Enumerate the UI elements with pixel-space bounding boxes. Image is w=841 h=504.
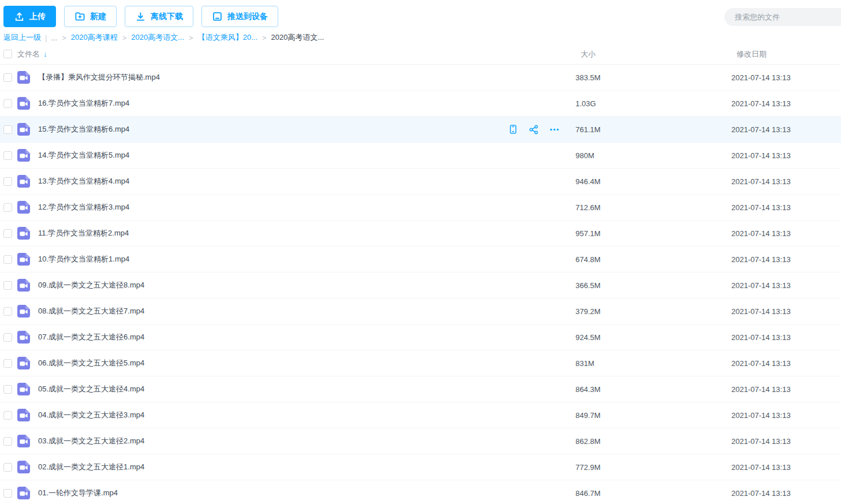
- table-row[interactable]: 01.一轮作文导学课.mp4: [0, 480, 841, 504]
- play-on-device-icon[interactable]: [508, 124, 518, 135]
- table-row[interactable]: 13.学员作文当堂精析4.mp4: [0, 169, 841, 195]
- table-row[interactable]: 07.成就一类文之五大途径6.mp4: [0, 324, 841, 350]
- file-modified-date: 2021-07-14 13:13: [731, 307, 841, 316]
- video-file-icon: [17, 149, 30, 162]
- file-size: 712.6M: [575, 203, 731, 212]
- file-name[interactable]: 04.成就一类文之五大途径3.mp4: [38, 410, 496, 420]
- row-checkbox[interactable]: [3, 177, 12, 186]
- video-file-icon: [17, 279, 30, 292]
- video-file-icon: [17, 201, 30, 214]
- filename-column-header[interactable]: 文件名 ↓: [17, 49, 575, 59]
- breadcrumb-link-1[interactable]: 2020高考课程: [71, 32, 118, 43]
- file-name[interactable]: 14.学员作文当堂精析5.mp4: [38, 150, 496, 160]
- table-row[interactable]: 04.成就一类文之五大途径3.mp4: [0, 402, 841, 428]
- table-row[interactable]: 【录播】乘风作文提分环节揭秘.mp4: [0, 65, 841, 91]
- file-size: 957.1M: [575, 229, 731, 238]
- more-icon[interactable]: [549, 124, 560, 135]
- file-modified-date: 2021-07-14 13:13: [731, 99, 841, 108]
- file-name[interactable]: 08.成就一类文之五大途径7.mp4: [38, 306, 496, 316]
- file-name[interactable]: 01.一轮作文导学课.mp4: [38, 488, 496, 498]
- table-row[interactable]: 08.成就一类文之五大途径7.mp4: [0, 298, 841, 324]
- table-row[interactable]: 03.成就一类文之五大途径2.mp4: [0, 428, 841, 454]
- table-row[interactable]: 15.学员作文当堂精析6.mp4: [0, 117, 841, 143]
- upload-button[interactable]: 上传: [3, 6, 56, 27]
- table-row[interactable]: 05.成就一类文之五大途径4.mp4: [0, 376, 841, 402]
- share-icon[interactable]: [528, 124, 539, 135]
- toolbar: 上传 新建 离线下载 推: [0, 0, 841, 30]
- video-file-icon: [17, 227, 30, 240]
- row-checkbox[interactable]: [3, 411, 12, 420]
- row-checkbox[interactable]: [3, 333, 12, 342]
- file-name[interactable]: 03.成就一类文之五大途径2.mp4: [38, 436, 496, 446]
- file-name[interactable]: 02.成就一类文之五大途径1.mp4: [38, 462, 496, 472]
- row-checkbox[interactable]: [3, 359, 12, 368]
- video-file-icon: [17, 435, 30, 447]
- video-file-icon: [17, 123, 30, 136]
- table-row[interactable]: 09.成就一类文之五大途径8.mp4: [0, 272, 841, 298]
- row-checkbox[interactable]: [3, 307, 12, 316]
- file-list: 【录播】乘风作文提分环节揭秘.mp4: [0, 65, 841, 504]
- row-checkbox[interactable]: [3, 255, 12, 264]
- row-checkbox[interactable]: [3, 489, 12, 498]
- breadcrumb-current: 2020高考语文...: [271, 32, 324, 43]
- row-checkbox[interactable]: [3, 125, 12, 134]
- file-name[interactable]: 07.成就一类文之五大途径6.mp4: [38, 332, 496, 342]
- row-checkbox[interactable]: [3, 73, 12, 82]
- file-size: 831M: [575, 359, 731, 368]
- file-name[interactable]: 13.学员作文当堂精析4.mp4: [38, 176, 496, 186]
- row-checkbox[interactable]: [3, 463, 12, 472]
- table-row[interactable]: 10.学员作文当堂精析1.mp4: [0, 247, 841, 272]
- file-modified-date: 2021-07-14 13:13: [731, 385, 841, 394]
- push-to-device-button-label: 推送到设备: [227, 12, 268, 22]
- file-name[interactable]: 09.成就一类文之五大途径8.mp4: [38, 280, 496, 290]
- row-checkbox[interactable]: [3, 437, 12, 446]
- file-modified-date: 2021-07-14 13:13: [731, 463, 841, 472]
- file-modified-date: 2021-07-14 13:13: [731, 177, 841, 186]
- table-row[interactable]: 11.学员作文当堂精析2.mp4: [0, 221, 841, 247]
- file-modified-date: 2021-07-14 13:13: [731, 203, 841, 212]
- file-size: 862.8M: [575, 437, 731, 446]
- push-to-device-button[interactable]: 推送到设备: [201, 6, 278, 27]
- row-checkbox[interactable]: [3, 151, 12, 160]
- breadcrumb-back-link[interactable]: 返回上一级: [3, 32, 41, 43]
- breadcrumb: 返回上一级 | ... > 2020高考课程 > 2020高考语文... > 【…: [0, 30, 841, 43]
- breadcrumb-link-3[interactable]: 【语文乘风】20...: [198, 32, 257, 43]
- file-name[interactable]: 15.学员作文当堂精析6.mp4: [38, 124, 496, 135]
- file-name[interactable]: 05.成就一类文之五大途径4.mp4: [38, 384, 496, 394]
- row-checkbox[interactable]: [3, 99, 12, 108]
- breadcrumb-collapsed[interactable]: ...: [51, 33, 57, 42]
- file-size: 849.7M: [575, 411, 731, 420]
- row-checkbox[interactable]: [3, 281, 12, 290]
- search-input[interactable]: [724, 8, 841, 26]
- file-size: 761.1M: [575, 125, 731, 134]
- table-row[interactable]: 06.成就一类文之五大途径5.mp4: [0, 350, 841, 376]
- table-row[interactable]: 16.学员作文当堂精析7.mp4: [0, 91, 841, 117]
- row-actions: [496, 124, 575, 135]
- list-header: 文件名 ↓ 大小 修改日期: [0, 44, 841, 65]
- file-size: 980M: [575, 151, 731, 160]
- file-name[interactable]: 11.学员作文当堂精析2.mp4: [38, 228, 496, 238]
- file-name[interactable]: 16.学员作文当堂精析7.mp4: [38, 98, 496, 109]
- new-button[interactable]: 新建: [64, 6, 117, 27]
- device-icon: [212, 11, 223, 22]
- table-row[interactable]: 14.学员作文当堂精析5.mp4: [0, 143, 841, 169]
- modified-column-header: 修改日期: [731, 49, 841, 59]
- row-checkbox[interactable]: [3, 385, 12, 394]
- breadcrumb-link-2[interactable]: 2020高考语文...: [131, 32, 184, 43]
- upload-button-label: 上传: [29, 12, 46, 22]
- file-name[interactable]: 【录播】乘风作文提分环节揭秘.mp4: [38, 72, 496, 83]
- file-name[interactable]: 12.学员作文当堂精析3.mp4: [38, 202, 496, 212]
- file-name[interactable]: 06.成就一类文之五大途径5.mp4: [38, 358, 496, 368]
- table-row[interactable]: 12.学员作文当堂精析3.mp4: [0, 195, 841, 221]
- row-checkbox[interactable]: [3, 229, 12, 238]
- select-all-checkbox[interactable]: [3, 50, 12, 58]
- video-file-icon: [17, 487, 30, 499]
- file-size: 924.5M: [575, 333, 731, 342]
- offline-download-button[interactable]: 离线下载: [125, 6, 193, 27]
- table-row[interactable]: 02.成就一类文之五大途径1.mp4: [0, 454, 841, 480]
- filename-header-label: 文件名: [17, 49, 40, 59]
- download-icon: [135, 11, 146, 22]
- file-modified-date: 2021-07-14 13:13: [731, 125, 841, 134]
- row-checkbox[interactable]: [3, 203, 12, 212]
- file-name[interactable]: 10.学员作文当堂精析1.mp4: [38, 254, 496, 264]
